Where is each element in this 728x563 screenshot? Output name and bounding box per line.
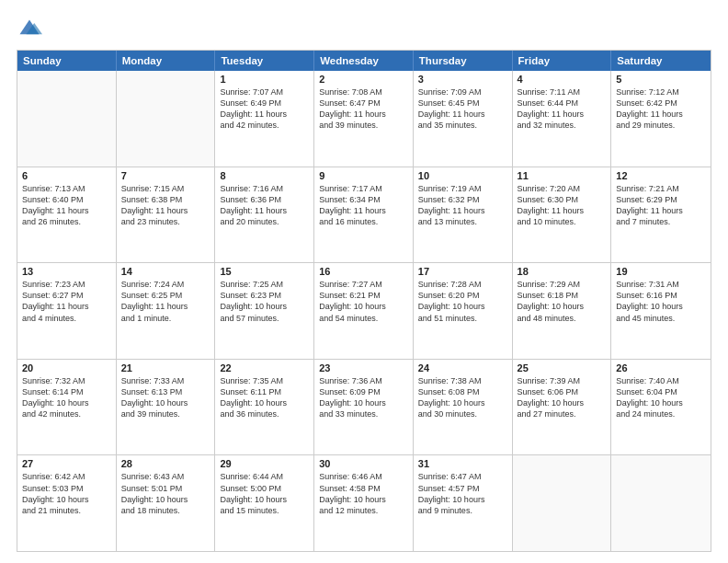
day-number: 14 (121, 266, 210, 277)
day-info: Sunrise: 7:08 AM Sunset: 6:47 PM Dayligh… (319, 86, 408, 132)
day-cell-3: 3Sunrise: 7:09 AM Sunset: 6:45 PM Daylig… (414, 71, 513, 167)
day-header-sunday: Sunday (17, 51, 117, 71)
day-number: 12 (616, 170, 706, 181)
day-info: Sunrise: 7:11 AM Sunset: 6:44 PM Dayligh… (518, 86, 607, 132)
day-info: Sunrise: 7:33 AM Sunset: 6:13 PM Dayligh… (121, 375, 210, 420)
day-info: Sunrise: 7:19 AM Sunset: 6:32 PM Dayligh… (418, 183, 507, 228)
day-cell-31: 31Sunrise: 6:47 AM Sunset: 4:57 PM Dayli… (414, 455, 513, 551)
day-header-monday: Monday (117, 51, 216, 71)
logo (17, 17, 46, 42)
day-info: Sunrise: 7:25 AM Sunset: 6:23 PM Dayligh… (220, 279, 309, 324)
day-info: Sunrise: 6:47 AM Sunset: 4:57 PM Dayligh… (418, 471, 507, 516)
day-cell-25: 25Sunrise: 7:39 AM Sunset: 6:06 PM Dayli… (513, 360, 612, 455)
day-number: 21 (121, 362, 210, 373)
day-cell-8: 8Sunrise: 7:16 AM Sunset: 6:36 PM Daylig… (215, 167, 314, 263)
day-info: Sunrise: 7:09 AM Sunset: 6:45 PM Dayligh… (418, 86, 507, 132)
day-info: Sunrise: 7:31 AM Sunset: 6:16 PM Dayligh… (616, 279, 706, 324)
logo-icon (17, 17, 42, 42)
day-number: 9 (319, 170, 408, 181)
day-cell-28: 28Sunrise: 6:43 AM Sunset: 5:01 PM Dayli… (117, 455, 216, 551)
day-number: 28 (121, 458, 210, 469)
day-number: 15 (220, 266, 309, 277)
day-cell-11: 11Sunrise: 7:20 AM Sunset: 6:30 PM Dayli… (513, 167, 612, 263)
empty-cell (611, 455, 711, 551)
day-cell-24: 24Sunrise: 7:38 AM Sunset: 6:08 PM Dayli… (414, 360, 513, 455)
day-info: Sunrise: 7:12 AM Sunset: 6:42 PM Dayligh… (616, 86, 706, 132)
calendar-row-2: 6Sunrise: 7:13 AM Sunset: 6:40 PM Daylig… (17, 167, 711, 263)
calendar-row-4: 20Sunrise: 7:32 AM Sunset: 6:14 PM Dayli… (17, 359, 711, 455)
day-number: 3 (418, 74, 507, 85)
day-info: Sunrise: 6:44 AM Sunset: 5:00 PM Dayligh… (220, 471, 309, 516)
day-number: 11 (518, 170, 607, 181)
day-number: 1 (220, 74, 309, 85)
day-number: 8 (220, 170, 309, 181)
day-info: Sunrise: 7:27 AM Sunset: 6:21 PM Dayligh… (319, 279, 408, 324)
day-info: Sunrise: 7:39 AM Sunset: 6:06 PM Dayligh… (518, 375, 607, 420)
day-header-tuesday: Tuesday (215, 51, 314, 71)
day-cell-6: 6Sunrise: 7:13 AM Sunset: 6:40 PM Daylig… (17, 167, 117, 263)
day-info: Sunrise: 7:20 AM Sunset: 6:30 PM Dayligh… (518, 183, 607, 228)
day-cell-26: 26Sunrise: 7:40 AM Sunset: 6:04 PM Dayli… (611, 360, 711, 455)
day-info: Sunrise: 7:23 AM Sunset: 6:27 PM Dayligh… (22, 279, 111, 324)
day-number: 2 (319, 74, 408, 85)
day-cell-5: 5Sunrise: 7:12 AM Sunset: 6:42 PM Daylig… (611, 71, 711, 167)
day-number: 24 (418, 362, 507, 373)
day-cell-29: 29Sunrise: 6:44 AM Sunset: 5:00 PM Dayli… (215, 455, 314, 551)
day-cell-20: 20Sunrise: 7:32 AM Sunset: 6:14 PM Dayli… (17, 360, 117, 455)
calendar-row-5: 27Sunrise: 6:42 AM Sunset: 5:03 PM Dayli… (17, 454, 711, 551)
day-number: 5 (616, 74, 706, 85)
day-number: 23 (319, 362, 408, 373)
day-info: Sunrise: 7:21 AM Sunset: 6:29 PM Dayligh… (616, 183, 706, 228)
calendar-body: 1Sunrise: 7:07 AM Sunset: 6:49 PM Daylig… (17, 71, 711, 551)
day-header-thursday: Thursday (414, 51, 513, 71)
day-number: 18 (518, 266, 607, 277)
page-header (17, 17, 711, 42)
day-number: 17 (418, 266, 507, 277)
empty-cell (17, 71, 117, 167)
calendar: SundayMondayTuesdayWednesdayThursdayFrid… (17, 50, 711, 552)
day-cell-19: 19Sunrise: 7:31 AM Sunset: 6:16 PM Dayli… (611, 263, 711, 359)
day-number: 19 (616, 266, 706, 277)
empty-cell (117, 71, 216, 167)
day-number: 16 (319, 266, 408, 277)
day-info: Sunrise: 6:42 AM Sunset: 5:03 PM Dayligh… (22, 471, 111, 516)
day-info: Sunrise: 7:15 AM Sunset: 6:38 PM Dayligh… (121, 183, 210, 228)
day-header-wednesday: Wednesday (314, 51, 414, 71)
calendar-row-1: 1Sunrise: 7:07 AM Sunset: 6:49 PM Daylig… (17, 71, 711, 167)
day-number: 20 (22, 362, 111, 373)
day-number: 10 (418, 170, 507, 181)
day-cell-10: 10Sunrise: 7:19 AM Sunset: 6:32 PM Dayli… (414, 167, 513, 263)
day-info: Sunrise: 7:13 AM Sunset: 6:40 PM Dayligh… (22, 183, 111, 228)
calendar-header: SundayMondayTuesdayWednesdayThursdayFrid… (17, 51, 711, 71)
day-cell-15: 15Sunrise: 7:25 AM Sunset: 6:23 PM Dayli… (215, 263, 314, 359)
day-cell-23: 23Sunrise: 7:36 AM Sunset: 6:09 PM Dayli… (314, 360, 414, 455)
day-cell-4: 4Sunrise: 7:11 AM Sunset: 6:44 PM Daylig… (513, 71, 612, 167)
day-info: Sunrise: 7:17 AM Sunset: 6:34 PM Dayligh… (319, 183, 408, 228)
day-cell-2: 2Sunrise: 7:08 AM Sunset: 6:47 PM Daylig… (314, 71, 414, 167)
calendar-row-3: 13Sunrise: 7:23 AM Sunset: 6:27 PM Dayli… (17, 262, 711, 359)
day-info: Sunrise: 7:35 AM Sunset: 6:11 PM Dayligh… (220, 375, 309, 420)
day-cell-7: 7Sunrise: 7:15 AM Sunset: 6:38 PM Daylig… (117, 167, 216, 263)
day-info: Sunrise: 7:07 AM Sunset: 6:49 PM Dayligh… (220, 86, 309, 132)
day-cell-18: 18Sunrise: 7:29 AM Sunset: 6:18 PM Dayli… (513, 263, 612, 359)
day-cell-12: 12Sunrise: 7:21 AM Sunset: 6:29 PM Dayli… (611, 167, 711, 263)
day-number: 31 (418, 458, 507, 469)
day-number: 13 (22, 266, 111, 277)
day-cell-27: 27Sunrise: 6:42 AM Sunset: 5:03 PM Dayli… (17, 455, 117, 551)
empty-cell (513, 455, 612, 551)
day-cell-17: 17Sunrise: 7:28 AM Sunset: 6:20 PM Dayli… (414, 263, 513, 359)
day-info: Sunrise: 6:46 AM Sunset: 4:58 PM Dayligh… (319, 471, 408, 516)
day-cell-30: 30Sunrise: 6:46 AM Sunset: 4:58 PM Dayli… (314, 455, 414, 551)
day-number: 26 (616, 362, 706, 373)
day-header-saturday: Saturday (611, 51, 711, 71)
day-number: 4 (518, 74, 607, 85)
day-info: Sunrise: 6:43 AM Sunset: 5:01 PM Dayligh… (121, 471, 210, 516)
day-info: Sunrise: 7:36 AM Sunset: 6:09 PM Dayligh… (319, 375, 408, 420)
day-cell-9: 9Sunrise: 7:17 AM Sunset: 6:34 PM Daylig… (314, 167, 414, 263)
day-cell-1: 1Sunrise: 7:07 AM Sunset: 6:49 PM Daylig… (215, 71, 314, 167)
day-info: Sunrise: 7:32 AM Sunset: 6:14 PM Dayligh… (22, 375, 111, 420)
day-number: 25 (518, 362, 607, 373)
day-info: Sunrise: 7:40 AM Sunset: 6:04 PM Dayligh… (616, 375, 706, 420)
day-info: Sunrise: 7:29 AM Sunset: 6:18 PM Dayligh… (518, 279, 607, 324)
day-cell-13: 13Sunrise: 7:23 AM Sunset: 6:27 PM Dayli… (17, 263, 117, 359)
